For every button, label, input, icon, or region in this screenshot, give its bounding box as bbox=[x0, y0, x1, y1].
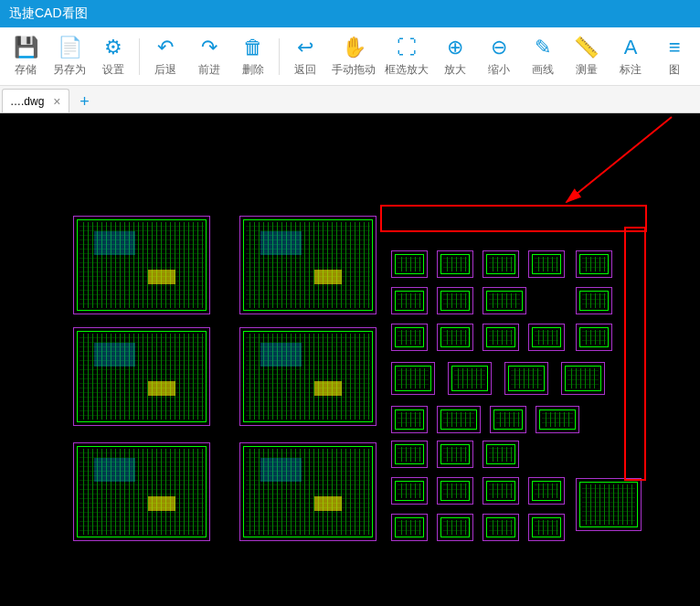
zoom-window-button[interactable]: ⛶框选放大 bbox=[380, 29, 433, 84]
zoom-out-icon: ⊖ bbox=[491, 35, 507, 60]
cad-detail-drawing bbox=[483, 250, 519, 278]
cad-floorplan-drawing bbox=[239, 216, 377, 314]
zoom-window-icon: ⛶ bbox=[397, 35, 417, 60]
cad-detail-drawing bbox=[504, 362, 548, 395]
cad-detail-drawing bbox=[391, 362, 435, 395]
cad-detail-drawing bbox=[437, 287, 473, 314]
close-icon[interactable]: × bbox=[53, 94, 60, 109]
zoom-out-button[interactable]: ⊖缩小 bbox=[477, 29, 521, 84]
measure-icon: 📏 bbox=[574, 35, 599, 60]
saveas-label: 另存为 bbox=[53, 62, 86, 78]
cad-detail-drawing bbox=[483, 287, 526, 314]
delete-icon: 🗑 bbox=[243, 35, 263, 60]
toolbar-separator bbox=[279, 38, 280, 75]
cad-floorplan-drawing bbox=[73, 216, 210, 314]
cad-canvas[interactable] bbox=[0, 113, 700, 606]
zoom-in-button[interactable]: ⊕放大 bbox=[433, 29, 477, 84]
annotation-highlight-box bbox=[624, 227, 646, 481]
cad-detail-drawing bbox=[528, 477, 565, 505]
redo-button[interactable]: ↷前进 bbox=[187, 29, 231, 84]
cad-detail-drawing bbox=[576, 250, 612, 278]
undo-icon: ↶ bbox=[157, 35, 174, 60]
cad-detail-drawing bbox=[528, 250, 565, 278]
delete-button[interactable]: 🗑删除 bbox=[231, 29, 275, 84]
tab-filename: ….dwg bbox=[10, 95, 44, 108]
cad-detail-drawing bbox=[448, 362, 492, 395]
layers-icon: ≡ bbox=[669, 35, 681, 60]
zoom-in-icon: ⊕ bbox=[447, 35, 463, 60]
back-icon: ↩ bbox=[297, 35, 313, 60]
app-title: 迅捷CAD看图 bbox=[9, 5, 88, 22]
layers-button[interactable]: ≡图 bbox=[652, 29, 696, 84]
cad-detail-drawing bbox=[483, 514, 519, 541]
draw-line-button[interactable]: ✎画线 bbox=[521, 29, 565, 84]
cad-detail-drawing bbox=[437, 324, 473, 351]
svg-line-0 bbox=[567, 117, 672, 202]
save-button[interactable]: 💾存储 bbox=[4, 29, 48, 84]
settings-icon: ⚙ bbox=[104, 35, 122, 60]
cad-detail-drawing bbox=[437, 441, 473, 468]
draw-line-label: 画线 bbox=[532, 62, 554, 78]
cad-detail-drawing bbox=[576, 324, 612, 351]
tabbar: ….dwg × + bbox=[0, 86, 700, 113]
toolbar: 💾存储📄另存为⚙设置↶后退↷前进🗑删除↩返回✋手动拖动⛶框选放大⊕放大⊖缩小✎画… bbox=[0, 27, 700, 86]
plus-icon: + bbox=[80, 92, 90, 112]
zoom-window-label: 框选放大 bbox=[385, 62, 429, 78]
cad-detail-drawing bbox=[483, 441, 519, 468]
cad-detail-drawing bbox=[391, 287, 428, 314]
pan-button[interactable]: ✋手动拖动 bbox=[327, 29, 380, 84]
toolbar-separator bbox=[139, 38, 140, 75]
cad-detail-drawing bbox=[391, 477, 428, 505]
titlebar: 迅捷CAD看图 bbox=[0, 0, 700, 27]
annotate-icon: A bbox=[624, 35, 638, 60]
add-tab-button[interactable]: + bbox=[73, 90, 97, 112]
saveas-icon: 📄 bbox=[58, 35, 82, 60]
back-label: 返回 bbox=[294, 62, 316, 78]
cad-detail-drawing bbox=[576, 478, 642, 531]
cad-detail-drawing bbox=[483, 477, 519, 505]
cad-detail-drawing bbox=[391, 441, 428, 468]
cad-detail-drawing bbox=[437, 406, 481, 433]
cad-floorplan-drawing bbox=[73, 327, 210, 426]
cad-floorplan-drawing bbox=[239, 327, 377, 426]
save-icon: 💾 bbox=[14, 35, 38, 60]
save-label: 存储 bbox=[15, 62, 37, 78]
settings-button[interactable]: ⚙设置 bbox=[91, 29, 135, 84]
cad-detail-drawing bbox=[391, 514, 428, 541]
undo-button[interactable]: ↶后退 bbox=[143, 29, 187, 84]
cad-detail-drawing bbox=[490, 406, 526, 433]
cad-detail-drawing bbox=[437, 477, 473, 505]
cad-detail-drawing bbox=[561, 362, 605, 395]
pan-icon: ✋ bbox=[342, 35, 366, 60]
undo-label: 后退 bbox=[154, 62, 176, 78]
redo-label: 前进 bbox=[198, 62, 220, 78]
back-button[interactable]: ↩返回 bbox=[283, 29, 327, 84]
cad-detail-drawing bbox=[391, 406, 428, 433]
zoom-out-label: 缩小 bbox=[488, 62, 510, 78]
pan-label: 手动拖动 bbox=[332, 62, 376, 78]
delete-label: 删除 bbox=[242, 62, 264, 78]
cad-detail-drawing bbox=[536, 406, 579, 433]
saveas-button[interactable]: 📄另存为 bbox=[48, 29, 91, 84]
cad-floorplan-drawing bbox=[73, 442, 210, 541]
measure-button[interactable]: 📏测量 bbox=[565, 29, 609, 84]
settings-label: 设置 bbox=[102, 62, 124, 78]
redo-icon: ↷ bbox=[201, 35, 217, 60]
cad-detail-drawing bbox=[483, 324, 519, 351]
draw-line-icon: ✎ bbox=[535, 35, 551, 60]
cad-detail-drawing bbox=[437, 250, 473, 278]
annotation-highlight-box bbox=[380, 205, 647, 232]
file-tab[interactable]: ….dwg × bbox=[2, 89, 69, 112]
layers-label: 图 bbox=[669, 62, 680, 78]
cad-floorplan-drawing bbox=[239, 442, 377, 541]
annotate-button[interactable]: A标注 bbox=[609, 29, 652, 84]
measure-label: 测量 bbox=[576, 62, 598, 78]
annotate-label: 标注 bbox=[620, 62, 642, 78]
cad-detail-drawing bbox=[391, 250, 428, 278]
cad-detail-drawing bbox=[528, 324, 565, 351]
cad-detail-drawing bbox=[528, 514, 565, 541]
cad-detail-drawing bbox=[576, 287, 612, 314]
zoom-in-label: 放大 bbox=[444, 62, 466, 78]
cad-detail-drawing bbox=[391, 324, 428, 351]
cad-detail-drawing bbox=[437, 514, 473, 541]
